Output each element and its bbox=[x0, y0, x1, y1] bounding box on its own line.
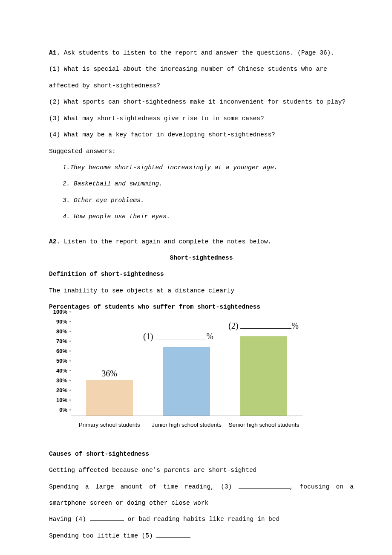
chart-y-axis: 0% 10% 20% 30% 40% 50% 60% 70% 80% 90% 1… bbox=[51, 318, 70, 416]
a1-q4: (4) What may be a key factor in developi… bbox=[49, 127, 354, 143]
ann2-prefix: (2) bbox=[228, 321, 240, 330]
a2-def-text: The inability to see objects at a distan… bbox=[49, 283, 354, 299]
y-tick: 60% bbox=[56, 347, 67, 354]
a2-def-heading: Definition of short-sightedness bbox=[49, 266, 354, 282]
bar-col-primary: 36% bbox=[71, 318, 148, 416]
a1-ans1: 1.They become short-sighted increasingly… bbox=[49, 159, 354, 176]
annotation-1[interactable]: (1) % bbox=[143, 331, 213, 341]
a2-cause4: Spending too little time (5) bbox=[49, 528, 354, 544]
ann1-prefix: (1) bbox=[143, 332, 155, 341]
y-tick: 0% bbox=[59, 406, 67, 413]
a1-suggested: Suggested answers: bbox=[49, 143, 354, 159]
blank-2[interactable] bbox=[240, 320, 291, 329]
a2-intro-text: Listen to the report again and complete … bbox=[60, 238, 271, 245]
cause2a: Spending a large amount of time reading,… bbox=[49, 483, 239, 490]
a2-heading: A2. bbox=[49, 238, 60, 245]
chart-plot: 36% (1) % (2) % bbox=[71, 318, 303, 416]
a1-heading: A1. bbox=[49, 49, 60, 56]
a2-cause2: Spending a large amount of time reading,… bbox=[49, 479, 354, 512]
y-tick: 100% bbox=[53, 308, 67, 315]
a1-ans2: 2. Basketball and swimming. bbox=[49, 176, 354, 192]
blank-5[interactable] bbox=[156, 531, 190, 538]
blank-4[interactable] bbox=[90, 515, 124, 521]
bar-senior bbox=[240, 336, 287, 415]
cause3a: Having (4) bbox=[49, 516, 90, 523]
chart: 0% 10% 20% 30% 40% 50% 60% 70% 80% 90% 1… bbox=[51, 318, 303, 442]
a2-cause3: Having (4) or bad reading habits like re… bbox=[49, 511, 354, 527]
a2-intro: A2. Listen to the report again and compl… bbox=[49, 234, 354, 250]
bar-junior bbox=[163, 347, 210, 415]
cause3b: or bad reading habits like reading in be… bbox=[124, 516, 280, 523]
a1-ans4: 4. How people use their eyes. bbox=[49, 208, 354, 225]
y-tick: 70% bbox=[56, 338, 67, 344]
a1-ans3: 3. Other eye problems. bbox=[49, 192, 354, 208]
a1-intro-text: Ask students to listen to the report and… bbox=[60, 49, 334, 56]
y-tick: 50% bbox=[56, 357, 67, 364]
x-label-1: Primary school students bbox=[71, 419, 148, 442]
ann2-suffix: % bbox=[291, 321, 299, 330]
a2-pct-heading: Percentages of students who suffer from … bbox=[49, 299, 354, 315]
blank-3[interactable] bbox=[239, 482, 290, 489]
y-tick: 80% bbox=[56, 328, 67, 334]
a1-intro: A1. Ask students to listen to the report… bbox=[49, 45, 354, 61]
y-tick: 20% bbox=[56, 387, 67, 393]
bar-col-senior bbox=[226, 318, 303, 416]
a2-cause1: Getting affected because one's parents a… bbox=[49, 462, 354, 478]
a1-q3: (3) What may short-sightedness give rise… bbox=[49, 110, 354, 127]
cause4a: Spending too little time (5) bbox=[49, 532, 156, 539]
ann1-suffix: % bbox=[206, 332, 213, 341]
chart-x-labels: Primary school students Junior high scho… bbox=[71, 419, 303, 442]
bar-primary bbox=[86, 380, 133, 415]
bar-label-1: 36% bbox=[101, 369, 117, 379]
annotation-2[interactable]: (2) % bbox=[228, 320, 299, 331]
y-tick: 90% bbox=[56, 318, 67, 324]
y-tick: 10% bbox=[56, 396, 67, 403]
y-tick: 30% bbox=[56, 377, 67, 383]
a2-causes-heading: Causes of short-sightedness bbox=[49, 446, 354, 462]
a2-title: Short-sightedness bbox=[49, 250, 354, 266]
y-tick: 40% bbox=[56, 367, 67, 373]
a1-q1: (1) What is special about the increasing… bbox=[49, 61, 354, 94]
blank-1[interactable] bbox=[155, 331, 206, 339]
a1-q2: (2) What sports can short-sightedness ma… bbox=[49, 94, 354, 110]
x-label-3: Senior high school students bbox=[226, 419, 303, 442]
x-label-2: Junior high school students bbox=[148, 419, 225, 442]
